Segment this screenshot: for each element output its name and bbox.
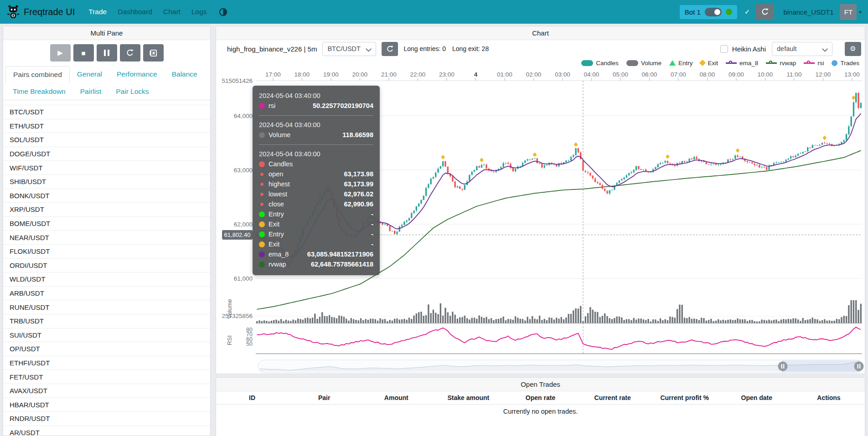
svg-text:515051426: 515051426 [222,77,253,84]
column-header-pair: Pair [288,391,360,405]
tab-performance[interactable]: Performance [109,66,165,83]
tab-pair-locks[interactable]: Pair Locks [108,83,156,100]
tooltip-series-value: 63,085.948152171906 [289,251,373,258]
column-header-actions: Actions [793,391,865,405]
pair-list-item[interactable]: WIF/USDT [3,160,210,174]
svg-text:09:00: 09:00 [728,71,744,78]
pair-list-item[interactable]: ETHFI/USDT [3,356,210,370]
pause-icon [104,50,109,56]
reload-bot-button[interactable] [755,4,774,20]
tab-pairlist[interactable]: Pairlist [73,83,109,100]
bot-selector[interactable]: Bot 1 [680,5,737,19]
pair-list-item[interactable]: ORDI/USDT [3,258,210,272]
slider-handle[interactable] [778,362,788,371]
tooltip-row: Candles [259,159,373,169]
svg-text:05:00: 05:00 [613,71,628,78]
tooltip-row: Exit- [259,239,373,249]
svg-text:02:00: 02:00 [526,71,542,78]
bot-toggle[interactable] [705,8,722,16]
theme-toggle-icon[interactable] [219,8,227,16]
pair-list-item[interactable]: RUNE/USDT [3,300,210,314]
datazoom-slider[interactable] [258,360,864,373]
tab-balance[interactable]: Balance [165,66,205,83]
nav-link-logs[interactable]: Logs [191,8,207,16]
pair-list-item[interactable]: RNDR/USDT [3,411,210,426]
column-header-open-rate: Open rate [504,391,576,405]
tooltip-series-value: 63,173.98 [283,170,373,178]
pair-list-item[interactable]: ETH/USDT [3,119,210,133]
exit-markers [318,96,856,214]
pair-list-item[interactable]: AR/USDT [3,426,210,436]
svg-text:63,000: 63,000 [234,167,253,174]
pair-list-item[interactable]: FET/USDT [3,369,210,384]
tooltip-series-label: Candles [269,160,293,168]
pair-list-item[interactable]: BOME/USDT [3,216,210,231]
tooltip-series-label: rsi [269,102,275,109]
tooltip-series-value: 118.66598 [290,131,373,138]
svg-text:62,000: 62,000 [234,221,253,228]
chart-tooltip: 2024-05-04 03:40:00rsi50.225770201907042… [253,86,380,275]
svg-text:19:00: 19:00 [323,71,339,78]
pair-list-item[interactable]: HBAR/USDT [3,397,210,411]
nav-link-dashboard[interactable]: Dashboard [118,8,152,16]
slider-handle[interactable] [854,362,864,371]
user-avatar[interactable]: FT [840,4,857,20]
play-button[interactable]: ▶ [50,44,71,62]
pair-list: BTC/USDTETH/USDTSOL/USDTDOGE/USDTWIF/USD… [3,105,210,436]
open-trades-panel: Open Trades IDPairAmountStake amountOpen… [216,377,865,436]
series-dot-icon [260,203,264,206]
pair-list-item[interactable]: BONK/USDT [3,189,210,203]
tooltip-timestamp: 2024-05-04 03:40:00 [259,120,373,130]
pair-list-item[interactable]: AVAX/USDT [3,384,210,398]
tab-pairs-combined[interactable]: Pairs combined [5,66,70,83]
pause-button[interactable] [97,44,117,62]
pair-list-item[interactable]: WLD/USDT [3,272,210,286]
pair-list-item[interactable]: TRB/USDT [3,314,210,328]
multi-pane-panel: Multi Pane ▶ ■ Pairs combinedGeneralPerf… [3,26,211,436]
svg-text:03:00: 03:00 [555,71,570,78]
force-exit-button[interactable] [143,44,164,62]
tooltip-series-label: ema_8 [269,251,289,258]
svg-text:RSI: RSI [226,335,233,345]
pair-list-item[interactable]: NEAR/USDT [3,230,210,244]
series-dot-icon [260,193,264,196]
stop-icon: ■ [81,49,85,57]
tooltip-timestamp: 2024-05-04 03:40:00 [259,91,373,101]
tooltip-series-value: - [279,221,373,228]
reload-icon [126,49,134,57]
pair-list-item[interactable]: XRP/USDT [3,202,210,216]
tooltip-series-value: - [279,241,373,248]
column-header-open-date: Open date [721,391,793,405]
pair-list-item[interactable]: SUI/USDT [3,328,210,342]
reload-config-button[interactable] [120,44,140,62]
pair-list-item[interactable]: SOL/USDT [3,133,210,147]
stop-button[interactable]: ■ [73,44,94,62]
tooltip-row: Entry- [259,229,373,239]
nav-link-trade[interactable]: Trade [88,8,107,16]
column-header-amount: Amount [360,391,432,405]
svg-text:12:00: 12:00 [816,71,831,78]
svg-text:Volume: Volume [226,299,233,318]
tooltip-timestamp: 2024-05-04 03:40:00 [259,149,373,159]
pair-list-item[interactable]: DOGE/USDT [3,147,210,161]
column-header-current-rate: Current rate [577,391,649,405]
pair-list-item[interactable]: OP/USDT [3,342,210,356]
pair-list-item[interactable]: BTC/USDT [3,105,210,119]
bot-control-buttons: ▶ ■ [3,44,210,62]
series-dot-icon [259,241,265,247]
avatar-caret-icon[interactable]: ▾ [859,9,862,15]
exchange-account-label: binance_USDT1 [783,8,833,16]
tab-time-breakdown[interactable]: Time Breakdown [5,83,73,100]
svg-text:4: 4 [474,71,478,78]
tab-general[interactable]: General [70,66,109,83]
pair-list-item[interactable]: ARB/USDT [3,286,210,300]
tooltip-row: rsi50.22577020190704 [259,101,373,111]
pair-list-item[interactable]: SHIB/USDT [3,174,210,189]
nav-link-chart[interactable]: Chart [163,8,181,16]
tooltip-row: highest63,173.99 [259,179,373,189]
pair-list-item[interactable]: FLOKI/USDT [3,244,210,258]
svg-text:13:00: 13:00 [844,71,860,78]
column-header-id: ID [216,391,288,405]
tooltip-series-label: Entry [269,231,284,238]
tooltip-series-value: 62,990.96 [284,200,373,208]
